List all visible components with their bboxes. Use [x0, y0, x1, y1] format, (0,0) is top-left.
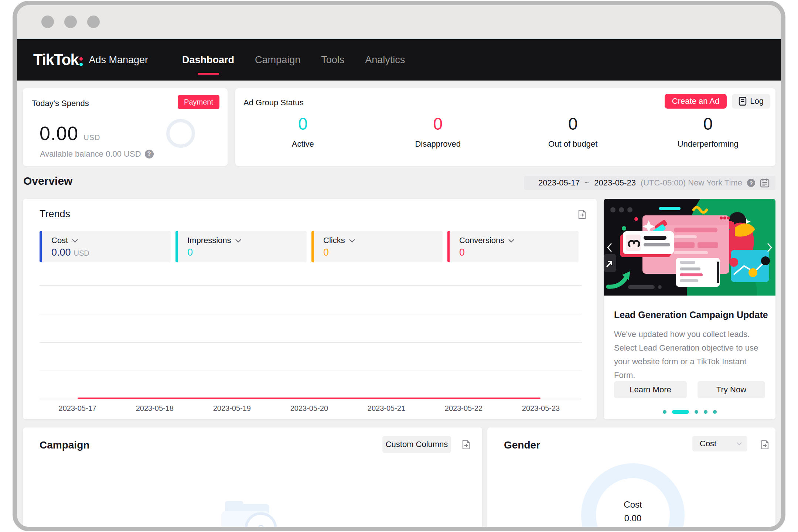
cost-series-line: [78, 398, 541, 399]
x-axis-label: 2023-05-20: [290, 404, 328, 413]
gridline: [40, 314, 582, 314]
date-start: 2023-05-17: [538, 178, 580, 188]
product-name: Ads Manager: [89, 54, 148, 66]
empty-state-illustration: ?: [205, 499, 301, 531]
nav-item-campaign[interactable]: Campaign: [255, 39, 300, 81]
dashboard-content: Today's Spends Payment 0.00 USD Availabl…: [17, 81, 781, 526]
top-nav: TikTok Ads Manager Dashboard Campaign To…: [17, 39, 781, 81]
carousel-dot[interactable]: [713, 410, 717, 414]
gridline: [40, 342, 582, 343]
status-stats: 0 Active 0 Disapproved 0 Out of budget 0…: [235, 115, 775, 149]
stat-value: 0: [433, 115, 443, 133]
window-titlebar: [17, 5, 781, 39]
promo-body: We've updated how you collect leads. Sel…: [614, 327, 765, 382]
stat-label: Active: [292, 139, 314, 149]
x-axis-label: 2023-05-18: [136, 404, 174, 413]
gender-card: Gender Cost Cost 0.00 USD: [487, 427, 775, 531]
donut-value: 0.00: [581, 513, 685, 524]
learn-more-button[interactable]: Learn More: [614, 381, 687, 398]
nav-menu: Dashboard Campaign Tools Analytics: [182, 39, 405, 81]
help-icon[interactable]: ?: [145, 150, 154, 158]
log-button[interactable]: Log: [732, 94, 770, 109]
custom-columns-button[interactable]: Custom Columns: [382, 436, 451, 453]
balance-text: Available balance 0.00 USD: [40, 149, 141, 159]
x-axis-label: 2023-05-21: [368, 404, 405, 413]
window-control-dot[interactable]: [87, 16, 100, 28]
stat-label: Disapproved: [415, 139, 461, 149]
stat-out-of-budget[interactable]: 0 Out of budget: [505, 115, 641, 149]
status-title: Ad Group Status: [243, 98, 304, 108]
carousel-dot[interactable]: [663, 410, 666, 414]
create-ad-button[interactable]: Create an Ad: [665, 94, 727, 109]
carousel-dots: [604, 410, 775, 414]
window-control-dot[interactable]: [41, 16, 54, 28]
nav-item-dashboard[interactable]: Dashboard: [182, 39, 234, 81]
spends-amount: 0.00: [40, 122, 78, 144]
gender-metric-select[interactable]: Cost: [692, 436, 747, 451]
question-mark-glyph: ?: [258, 523, 264, 531]
selected-metric: Cost: [700, 439, 716, 449]
log-button-label: Log: [750, 96, 764, 106]
overview-heading: Overview: [23, 175, 72, 187]
gender-title: Gender: [504, 439, 540, 451]
gridline: [40, 371, 582, 371]
trends-card: Trends Cost 0.00: [23, 199, 597, 419]
help-icon[interactable]: ?: [747, 179, 755, 187]
spends-amount-row: 0.00 USD: [40, 122, 100, 144]
calendar-icon[interactable]: [760, 178, 770, 188]
carousel-dot-active[interactable]: [672, 410, 689, 414]
stat-label: Underperforming: [678, 139, 739, 149]
log-document-icon: [739, 97, 747, 106]
stat-disapproved[interactable]: 0 Disapproved: [371, 115, 506, 149]
window-control-dot[interactable]: [64, 16, 77, 28]
lead-generation-illustration: [604, 199, 775, 296]
campaign-title: Campaign: [40, 439, 89, 451]
carousel-prev-icon[interactable]: [607, 242, 613, 253]
campaign-card: Campaign Custom Columns ?: [23, 427, 482, 531]
stat-active[interactable]: 0 Active: [235, 115, 371, 149]
stat-underperforming[interactable]: 0 Underperforming: [641, 115, 776, 149]
chevron-down-icon: [736, 442, 742, 446]
spend-gauge-ring: [166, 119, 195, 148]
x-axis-label: 2023-05-17: [59, 404, 96, 413]
carousel-dot[interactable]: [695, 410, 698, 414]
nav-item-tools[interactable]: Tools: [321, 39, 344, 81]
tiktok-logo[interactable]: TikTok Ads Manager: [33, 51, 148, 69]
x-axis-label: 2023-05-19: [213, 404, 251, 413]
tiktok-logo-text: TikTok: [33, 51, 78, 69]
timezone-label: (UTC-05:00) New York Time: [641, 178, 742, 188]
promo-card: Lead Generation Campaign Update We've up…: [604, 199, 775, 419]
browser-window: TikTok Ads Manager Dashboard Campaign To…: [13, 1, 785, 531]
try-now-button[interactable]: Try Now: [698, 381, 765, 398]
spends-title: Today's Spends: [32, 99, 89, 108]
date-separator: ~: [585, 178, 590, 188]
ad-group-status-card: Ad Group Status Create an Ad Log 0: [235, 88, 775, 166]
trends-line-chart[interactable]: 2023-05-17 2023-05-18 2023-05-19 2023-05…: [40, 199, 582, 419]
donut-center-label: Cost 0.00 USD: [581, 499, 685, 531]
donut-metric: Cost: [581, 499, 685, 510]
export-icon[interactable]: [760, 440, 770, 450]
export-icon[interactable]: [461, 440, 471, 450]
promo-title: Lead Generation Campaign Update: [614, 310, 768, 320]
tiktok-colon-icon: [79, 57, 83, 66]
carousel-next-icon[interactable]: [767, 242, 773, 253]
date-range-picker[interactable]: 2023-05-17 ~ 2023-05-23 (UTC-05:00) New …: [524, 176, 775, 190]
spends-currency: USD: [83, 133, 100, 142]
stat-value: 0: [703, 115, 713, 133]
stat-value: 0: [568, 115, 578, 133]
carousel-dot[interactable]: [704, 410, 707, 414]
gridline: [40, 285, 582, 286]
stat-value: 0: [298, 115, 308, 133]
balance-row: Available balance 0.00 USD ?: [40, 149, 154, 159]
status-actions: Create an Ad Log: [665, 94, 770, 109]
todays-spends-card: Today's Spends Payment 0.00 USD Availabl…: [23, 88, 228, 166]
promo-buttons: Learn More Try Now: [614, 381, 765, 398]
donut-unit: USD: [581, 527, 685, 531]
screen: TikTok Ads Manager Dashboard Campaign To…: [0, 0, 798, 532]
stat-label: Out of budget: [548, 139, 597, 149]
date-end: 2023-05-23: [594, 178, 636, 188]
nav-item-analytics[interactable]: Analytics: [365, 39, 405, 81]
payment-button[interactable]: Payment: [178, 95, 219, 109]
x-axis-label: 2023-05-22: [445, 404, 482, 413]
x-axis-label: 2023-05-23: [522, 404, 560, 413]
